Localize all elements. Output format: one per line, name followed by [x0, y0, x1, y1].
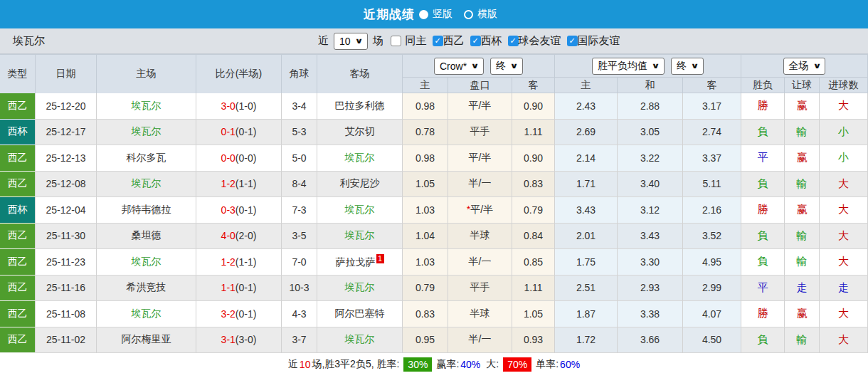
chevron-down-icon: ∨	[813, 61, 821, 70]
avg-away-odds-cell: 3.17	[683, 93, 741, 120]
competition-type-badge: 西乙	[0, 93, 36, 120]
handicap-value: 平手	[470, 281, 490, 293]
avg-home-odds-cell: 1.72	[555, 327, 618, 354]
single-pct: 60%	[560, 359, 580, 370]
vertical-layout-radio-icon[interactable]	[419, 10, 428, 19]
recent-count-select[interactable]: 10 ∨	[334, 33, 368, 50]
avg-home-odds-cell: 1.75	[555, 249, 618, 276]
match-row: 西乙25-11-30桑坦德4-0(2-0)3-5埃瓦尔1.04半球0.842.0…	[0, 224, 868, 250]
avg-draw-odds-cell: 3.12	[618, 197, 683, 224]
result-handicap-cell: 赢	[785, 197, 820, 224]
away-team-name: 艾尔切	[345, 125, 375, 137]
result-goals-cell: 走	[820, 276, 868, 302]
avg-away-odds-cell: 2.74	[683, 120, 741, 146]
score-cell: 1-2(1-1)	[196, 249, 282, 276]
results-table: 类型 日期 主场 比分(半场) 角球 客场 Crow* ∨ 终 ∨	[0, 54, 868, 353]
win-odds-pct: 40%	[460, 359, 480, 370]
red-card-badge: 1	[376, 254, 384, 263]
away-team-name: 利安尼沙	[340, 177, 380, 189]
chevron-down-icon: ∨	[354, 36, 363, 46]
scope-select[interactable]: 全场 ∨	[783, 58, 826, 75]
avg-stage-select[interactable]: 终 ∨	[671, 58, 704, 75]
match-date-cell: 25-11-23	[36, 249, 97, 276]
horizontal-layout-label[interactable]: 横版	[477, 8, 497, 21]
handicap-value: 平/半	[469, 100, 492, 111]
competition-type-badge: 西乙	[0, 224, 36, 250]
odds-away-cell: 1.11	[512, 120, 555, 146]
odds-away-cell: 1.11	[512, 276, 555, 302]
checkbox-checked-icon[interactable]: ✓	[567, 36, 578, 46]
score-cell: 3-0(1-0)	[196, 93, 282, 120]
handicap-cell: *平/半	[448, 197, 512, 224]
subcol-result-wdl: 胜负	[741, 77, 785, 93]
checkbox-checked-icon[interactable]: ✓	[470, 36, 481, 46]
avg-group-header: 胜平负均值 ∨ 终 ∨	[555, 54, 741, 77]
avg-stage-value: 终	[677, 60, 687, 73]
result-goals-cell: 大	[820, 249, 868, 276]
match-row: 西乙25-12-20埃瓦尔3-0(1-0)3-4巴拉多利德0.98平/半0.90…	[0, 93, 868, 120]
avg-home-odds-cell: 1.71	[555, 172, 618, 198]
odds-away-cell: 0.90	[512, 93, 555, 120]
vertical-layout-label[interactable]: 竖版	[433, 8, 452, 21]
away-team-cell: 埃瓦尔	[317, 197, 403, 224]
result-goals-cell: 小	[820, 145, 868, 172]
col-header-home: 主场	[97, 54, 196, 93]
odds-away-cell: 0.79	[512, 197, 555, 224]
checkbox-checked-icon[interactable]: ✓	[508, 36, 519, 46]
odds-provider-select[interactable]: Crow* ∨	[434, 58, 484, 75]
horizontal-layout-radio-icon[interactable]	[464, 10, 473, 19]
fulltime-score: 3-0	[221, 100, 235, 112]
odds-stage-value: 终	[496, 60, 506, 73]
competition-type-badge: 西乙	[0, 249, 36, 276]
fulltime-score: 3-2	[221, 308, 235, 320]
result-handicap-cell: 輸	[785, 249, 820, 276]
checkbox-checked-icon[interactable]: ✓	[433, 36, 443, 46]
odds-stage-select[interactable]: 终 ∨	[490, 58, 523, 75]
summary-count: 10	[300, 359, 311, 370]
checkbox-label[interactable]: 西乙	[443, 34, 465, 48]
score-cell: 0-3(0-1)	[196, 197, 282, 224]
result-handicap-cell: 輸	[785, 120, 820, 146]
avg-home-odds-cell: 2.14	[555, 145, 618, 172]
odds-away-cell: 1.05	[512, 301, 555, 327]
result-goals-cell: 大	[820, 224, 868, 250]
home-team-cell: 埃瓦尔	[97, 93, 196, 120]
result-wdl-cell: 平	[741, 145, 785, 172]
handicap-cell: 平/半	[448, 145, 512, 172]
recent-count-value: 10	[339, 36, 351, 47]
filter-controls: 近 10 ∨ 场 同主✓西乙✓西杯✓球会友谊✓国际友谊	[318, 33, 620, 50]
handicap-cell: 半/一	[448, 172, 512, 198]
result-wdl-cell: 勝	[741, 197, 785, 224]
match-row: 西乙25-11-08埃瓦尔3-2(0-1)4-3阿尔巴塞特0.83半球1.051…	[0, 301, 868, 327]
checkbox-label[interactable]: 西杯	[481, 34, 502, 48]
handicap-value: 半/一	[469, 333, 492, 345]
avg-draw-odds-cell: 3.66	[618, 327, 683, 354]
handicap-cell: 半球	[448, 224, 512, 250]
recent-results-panel: 近期战绩 竖版 横版 埃瓦尔 近 10 ∨ 场 同主✓西乙✓西杯✓球会友谊✓国际…	[0, 0, 868, 376]
big-rate-badge: 70%	[503, 357, 531, 372]
checkbox-unchecked-icon[interactable]	[391, 36, 401, 46]
checkbox-label[interactable]: 国际友谊	[578, 34, 620, 48]
avg-type-select[interactable]: 胜平负均值 ∨	[592, 58, 665, 75]
odds-home-cell: 0.98	[403, 145, 448, 172]
avg-away-odds-cell: 3.37	[683, 145, 741, 172]
avg-draw-odds-cell: 3.38	[618, 301, 683, 327]
result-goals-cell: 大	[820, 197, 868, 224]
avg-home-odds-cell: 2.01	[555, 224, 618, 250]
corner-cell: 5-0	[282, 145, 317, 172]
away-team-cell: 萨拉戈萨1	[317, 249, 403, 276]
halftime-score: (2-0)	[235, 230, 257, 241]
away-team-cell: 埃瓦尔	[317, 224, 403, 250]
score-cell: 3-1(3-0)	[196, 327, 282, 354]
col-header-corner: 角球	[282, 54, 317, 93]
subcol-odds-away: 客	[512, 77, 555, 93]
result-goals-cell: 大	[820, 172, 868, 198]
handicap-value: 半/一	[469, 256, 492, 267]
summary-record: 场,胜3平2负5, 胜率:	[312, 358, 399, 371]
result-wdl-cell: 負	[741, 120, 785, 146]
result-wdl-cell: 負	[741, 249, 785, 276]
avg-draw-odds-cell: 3.43	[618, 224, 683, 250]
checkbox-label[interactable]: 球会友谊	[519, 34, 561, 48]
halftime-score: (0-1)	[235, 204, 257, 216]
checkbox-label[interactable]: 同主	[406, 34, 427, 48]
